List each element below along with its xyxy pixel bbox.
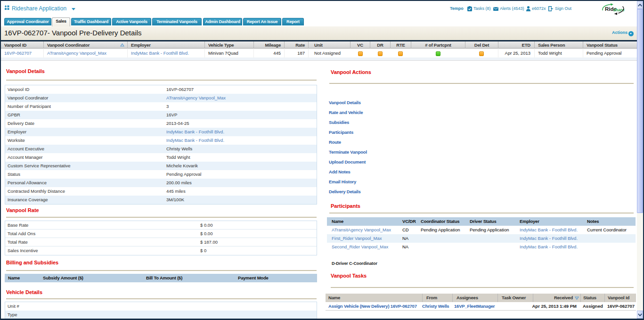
svg-text:share: share: [613, 8, 625, 12]
